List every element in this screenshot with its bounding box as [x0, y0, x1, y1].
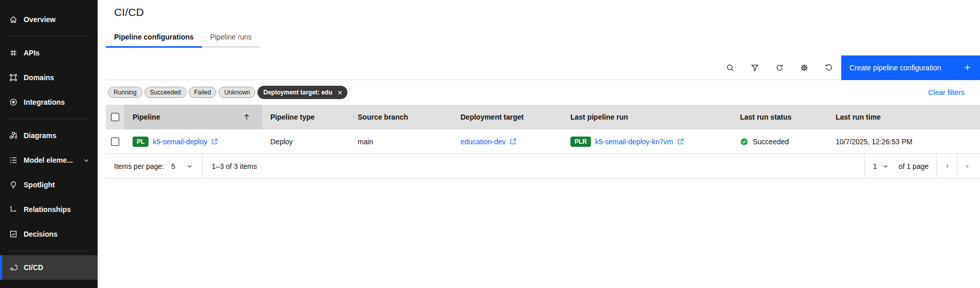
sort-ascending-icon: [243, 113, 251, 121]
integration-icon: [9, 98, 17, 106]
column-header-pipeline-type[interactable]: Pipeline type: [262, 105, 349, 129]
previous-page-button[interactable]: [936, 154, 957, 179]
sidebar-divider: [8, 251, 89, 251]
status-label: Succeeded: [753, 138, 789, 146]
sidebar-item-relationships[interactable]: Relationships: [0, 197, 98, 222]
sidebar-item-decisions[interactable]: Decisions: [0, 222, 98, 246]
items-per-page-select[interactable]: 5: [171, 154, 202, 178]
sidebar-divider: [8, 119, 89, 119]
create-button-label: Create pipeline configuration: [849, 64, 941, 72]
filter-tag-running[interactable]: Running: [108, 87, 142, 98]
pipeline-link-label: k5-semail-deploy: [153, 138, 207, 146]
sidebar-item-label: Domains: [24, 73, 54, 82]
search-button[interactable]: [718, 55, 743, 80]
deployment-target-link[interactable]: education-dev: [460, 138, 516, 146]
caret-right-icon: [964, 163, 971, 170]
renew-button[interactable]: [767, 55, 792, 80]
sidebar-item-label: Integrations: [24, 98, 65, 106]
pipeline-type-cell: Deploy: [262, 138, 349, 146]
tab-pipeline-configurations[interactable]: Pipeline configurations: [106, 31, 202, 48]
table-row: PL k5-semail-deploy Deploy main educatio…: [106, 129, 980, 154]
pagination-bar: Items per page: 5 1–3 of 3 items 1 of 1 …: [106, 154, 980, 179]
sidebar-item-apis[interactable]: APIs: [0, 41, 98, 65]
sidebar-item-label: Model eleme...: [24, 156, 73, 164]
column-label: Source branch: [358, 113, 408, 121]
items-per-page-label: Items per page:: [114, 162, 164, 170]
sidebar-divider: [8, 36, 89, 36]
select-all-cell: [106, 105, 124, 129]
last-run-status-cell: Succeeded: [732, 138, 827, 146]
status-badge: Succeeded: [740, 138, 789, 146]
row-checkbox[interactable]: [111, 138, 119, 146]
sidebar-item-integrations[interactable]: Integrations: [0, 90, 98, 114]
sidebar-item-domains[interactable]: Domains: [0, 65, 98, 90]
source-branch-value: main: [358, 138, 373, 146]
sidebar-item-cicd[interactable]: CI/CD: [0, 255, 98, 280]
column-label: Last run time: [836, 113, 881, 121]
deployment-target-cell: education-dev: [452, 138, 562, 146]
pagination-left: Items per page: 5 1–3 of 3 items: [106, 154, 257, 178]
last-pipeline-run-cell: PLR k5-semail-deploy-kn7vm: [562, 137, 732, 147]
column-header-last-run-time[interactable]: Last run time: [827, 105, 980, 129]
page-count-text: of 1 page: [899, 162, 936, 170]
column-header-deployment-target[interactable]: Deployment target: [452, 105, 562, 129]
column-header-pipeline[interactable]: Pipeline: [124, 105, 262, 129]
column-header-last-run-status[interactable]: Last run status: [732, 105, 827, 129]
sidebar-item-label: Decisions: [24, 230, 58, 238]
filter-tags: Running Succeeded Failed Unknown Deploym…: [108, 86, 347, 99]
filter-tag-label: Deployment target: edu: [263, 89, 332, 96]
restart-button[interactable]: [817, 55, 841, 80]
restart-icon: [825, 64, 833, 72]
pipeline-link[interactable]: k5-semail-deploy: [153, 138, 218, 146]
sidebar-item-spotlight[interactable]: Spotlight: [0, 172, 98, 197]
filter-tag-failed[interactable]: Failed: [189, 87, 217, 98]
sidebar-item-model-elements[interactable]: Model eleme...: [0, 148, 98, 172]
tab-label: Pipeline configurations: [114, 33, 194, 41]
clear-filters-link[interactable]: Clear filters: [928, 88, 965, 97]
tab-label: Pipeline runs: [210, 33, 252, 41]
filter-tag-unknown[interactable]: Unknown: [218, 87, 255, 98]
select-all-checkbox[interactable]: [111, 113, 119, 121]
settings-button[interactable]: [792, 55, 817, 80]
filter-tag-succeeded[interactable]: Succeeded: [144, 87, 187, 98]
page-number-value: 1: [873, 162, 877, 170]
search-icon: [726, 64, 734, 72]
diagram-icon: [9, 131, 17, 140]
column-header-source-branch[interactable]: Source branch: [349, 105, 452, 129]
caret-left-icon: [944, 163, 951, 170]
launch-icon: [677, 138, 684, 145]
sidebar-item-label: CI/CD: [24, 263, 43, 272]
decision-icon: [9, 230, 17, 238]
tab-bar: Pipeline configurations Pipeline runs: [106, 31, 980, 48]
cicd-icon: [9, 263, 17, 272]
last-pipeline-run-label: k5-semail-deploy-kn7vm: [595, 138, 673, 146]
table-header-row: Pipeline Pipeline type Source branch Dep…: [106, 105, 980, 129]
home-icon: [9, 15, 17, 24]
chevron-down-icon: [82, 157, 90, 164]
create-pipeline-configuration-button[interactable]: Create pipeline configuration: [841, 55, 980, 80]
sidebar-item-overview[interactable]: Overview: [0, 7, 98, 32]
deployment-target-label: education-dev: [460, 138, 506, 146]
tab-pipeline-runs[interactable]: Pipeline runs: [202, 31, 260, 48]
last-run-time-cell: 10/7/2025, 12:26:53 PM: [827, 138, 980, 146]
page-number-select[interactable]: 1: [864, 154, 899, 178]
sidebar-item-diagrams[interactable]: Diagrams: [0, 123, 98, 148]
sidebar-item-label: Overview: [24, 15, 56, 24]
close-icon[interactable]: [335, 88, 344, 97]
last-pipeline-run-link[interactable]: k5-semail-deploy-kn7vm: [595, 138, 684, 146]
next-page-button[interactable]: [957, 154, 977, 179]
column-label: Pipeline: [133, 113, 160, 121]
page-title: CI/CD: [114, 6, 980, 18]
pagination-range-text: 1–3 of 3 items: [212, 162, 257, 170]
filter-button[interactable]: [743, 55, 767, 80]
pipeline-type-value: Deploy: [270, 138, 293, 146]
gear-icon: [800, 64, 808, 72]
column-header-last-pipeline-run[interactable]: Last pipeline run: [562, 105, 732, 129]
column-label: Last pipeline run: [570, 113, 628, 121]
sidebar-item-label: Diagrams: [24, 131, 57, 140]
app-window: Overview APIs Domains Integrations Diagr…: [0, 0, 980, 288]
renew-icon: [775, 64, 784, 72]
pipeline-tag: PL: [133, 137, 149, 147]
last-run-time-value: 10/7/2025, 12:26:53 PM: [836, 138, 912, 146]
sidebar-item-label: Spotlight: [24, 181, 55, 189]
